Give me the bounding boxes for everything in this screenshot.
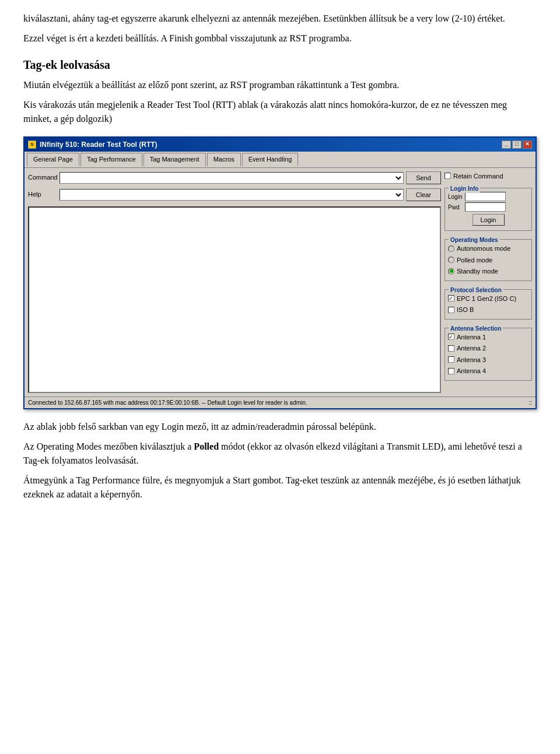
protocol-selection-title: Protocol Selection — [449, 286, 503, 294]
rtt-main-panel: Command Send Help Clear — [28, 171, 441, 393]
login-input[interactable] — [465, 192, 506, 201]
radio-standby[interactable] — [448, 268, 454, 275]
rtt-app-icon: S — [28, 141, 36, 149]
statusbar-right: :: — [528, 398, 532, 407]
retain-command-label: Retain Command — [453, 171, 503, 181]
tab-tag-management[interactable]: Tag Management — [144, 153, 206, 166]
protocol-iso-b-label: ISO B — [457, 305, 474, 315]
login-row: Login — [448, 192, 528, 201]
mode-standby: Standby mode — [448, 266, 528, 276]
help-label: Help — [28, 190, 57, 199]
rtt-body: Command Send Help Clear Retai — [24, 168, 536, 397]
rtt-titlebar-left: S INfinity 510: Reader Test Tool (RTT) — [28, 139, 158, 150]
page-content: kiválasztani, ahány tag-et egyszerre aka… — [23, 12, 537, 502]
pwd-input[interactable] — [465, 202, 506, 212]
retain-command-row: Retain Command — [444, 171, 532, 181]
checkbox-antenna-1[interactable] — [448, 334, 454, 340]
send-button[interactable]: Send — [406, 171, 441, 184]
protocol-iso-b: ISO B — [448, 305, 528, 315]
section-heading-1: Tag-ek leolvasása — [23, 56, 537, 73]
polled-text: Polled — [194, 441, 219, 451]
operating-modes-title: Operating Modes — [449, 236, 500, 244]
mode-autonomous: Autonomous mode — [448, 244, 528, 254]
antenna-3-label: Antenna 3 — [457, 355, 486, 365]
antenna-4-label: Antenna 4 — [457, 366, 486, 376]
paragraph-4: Kis várakozás után megjelenik a Reader T… — [23, 98, 537, 126]
tab-macros[interactable]: Macros — [207, 153, 241, 166]
protocol-epc: EPC 1 Gen2 (ISO C) — [448, 294, 528, 304]
paragraph-6: Az Operating Modes mezőben kiválasztjuk … — [23, 440, 537, 468]
minimize-button[interactable]: _ — [502, 141, 511, 149]
mode-polled: Polled mode — [448, 255, 528, 265]
antenna-1-label: Antenna 1 — [457, 332, 486, 342]
paragraph-2: Ezzel véget is ért a kezdeti beállítás. … — [23, 31, 537, 45]
protocol-epc-label: EPC 1 Gen2 (ISO C) — [457, 294, 516, 304]
login-label: Login — [448, 192, 463, 201]
antenna-2: Antenna 2 — [448, 343, 528, 353]
retain-command-checkbox[interactable] — [444, 173, 451, 179]
mode-standby-label: Standby mode — [457, 266, 498, 276]
antenna-2-label: Antenna 2 — [457, 343, 486, 353]
login-info-title: Login Info — [449, 184, 480, 193]
antenna-1: Antenna 1 — [448, 332, 528, 342]
command-label: Command — [28, 173, 57, 183]
tab-general-page[interactable]: General Page — [27, 153, 79, 166]
checkbox-antenna-4[interactable] — [448, 368, 454, 374]
mode-polled-label: Polled mode — [457, 255, 492, 265]
paragraph-7: Átmegyünk a Tag Performance fülre, és me… — [23, 474, 537, 502]
antenna-selection-title: Antenna Selection — [449, 324, 503, 333]
operating-modes-group: Operating Modes Autonomous mode Polled m… — [444, 239, 532, 281]
rtt-window: S INfinity 510: Reader Test Tool (RTT) _… — [23, 136, 537, 409]
rtt-titlebar-buttons: _ □ ✕ — [502, 141, 532, 149]
help-select[interactable] — [60, 189, 404, 201]
command-row: Command Send — [28, 171, 441, 184]
radio-autonomous[interactable] — [448, 246, 454, 252]
checkbox-epc[interactable] — [448, 295, 454, 301]
antenna-selection-group: Antenna Selection Antenna 1 Antenna 2 An… — [444, 328, 532, 381]
tab-event-handling[interactable]: Event Handling — [242, 153, 299, 166]
checkbox-antenna-2[interactable] — [448, 345, 454, 352]
output-area — [28, 206, 441, 393]
paragraph-1: kiválasztani, ahány tag-et egyszerre aka… — [23, 12, 537, 26]
pwd-label: Pwd — [448, 203, 463, 212]
mode-autonomous-label: Autonomous mode — [457, 244, 510, 254]
close-button[interactable]: ✕ — [523, 141, 532, 149]
tab-tag-performance[interactable]: Tag Performance — [80, 153, 142, 166]
rtt-tabbar: General Page Tag Performance Tag Managem… — [24, 152, 536, 168]
checkbox-antenna-3[interactable] — [448, 356, 454, 363]
maximize-button[interactable]: □ — [512, 141, 522, 149]
command-select[interactable] — [60, 172, 404, 184]
antenna-4: Antenna 4 — [448, 366, 528, 376]
rtt-statusbar: Connected to 152.66.87.165 with mac addr… — [24, 397, 536, 408]
login-button[interactable]: Login — [473, 214, 505, 226]
protocol-selection-group: Protocol Selection EPC 1 Gen2 (ISO C) IS… — [444, 289, 532, 320]
rtt-titlebar: S INfinity 510: Reader Test Tool (RTT) _… — [24, 138, 536, 152]
radio-polled[interactable] — [448, 257, 454, 263]
statusbar-text: Connected to 152.66.87.165 with mac addr… — [28, 398, 307, 407]
antenna-3: Antenna 3 — [448, 355, 528, 365]
checkbox-iso-b[interactable] — [448, 307, 454, 313]
login-info-group: Login Info Login Pwd Login — [444, 188, 532, 231]
pwd-row: Pwd — [448, 202, 528, 212]
paragraph-3: Miután elvégeztük a beállítást az előző … — [23, 78, 537, 92]
rtt-title: INfinity 510: Reader Test Tool (RTT) — [40, 139, 158, 150]
clear-button[interactable]: Clear — [406, 188, 441, 201]
paragraph-5: Az ablak jobb felső sarkban van egy Logi… — [23, 420, 537, 434]
help-row: Help Clear — [28, 188, 441, 201]
rtt-right-panel: Retain Command Login Info Login Pwd Logi… — [444, 171, 532, 393]
